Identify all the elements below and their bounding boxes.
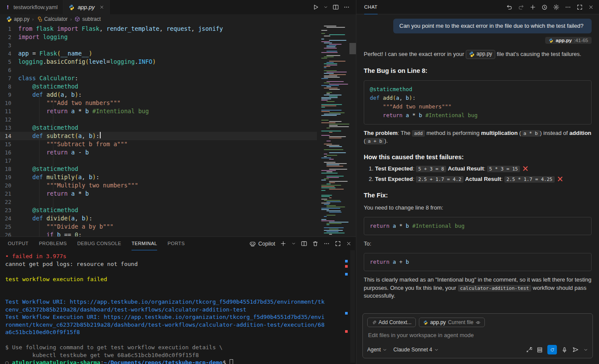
panel-more-actions-button[interactable] [323,240,330,247]
eye-icon[interactable] [476,320,481,325]
code-line[interactable]: 10 """Add two numbers""" [0,99,317,107]
maximize-panel-button[interactable] [335,240,341,247]
file-reference-chip[interactable]: app.py [466,50,495,59]
code-line[interactable]: 20 """Multiply two numbers""" [0,181,317,190]
terminal[interactable]: • failed in 3.977scannot get pod logs: r… [0,250,356,364]
chat-input-box[interactable]: Add Context... app.py Current file Edit … [362,313,593,358]
code-line[interactable]: 15 """Subtract b from a""" [0,140,317,148]
tab-debug-console[interactable]: DEBUG CONSOLE [77,237,121,250]
tab-chat[interactable]: CHAT [364,0,378,14]
terminal-link[interactable]: a6c51bcb10ed0c0f9f15f8 [5,329,80,335]
tab-app-py[interactable]: app.py [63,0,110,14]
code-block[interactable]: return a * b #Intentional bug [364,217,592,235]
tab-output[interactable]: OUTPUT [8,237,29,250]
chat-settings-button[interactable] [553,4,560,10]
chat-input-placeholder[interactable]: Edit files in your workspace in agent mo… [368,332,587,338]
close-tab-icon[interactable] [99,5,104,10]
code-line[interactable]: 21 return a * b [0,190,317,198]
code-line[interactable]: 12 [0,115,317,124]
code-line[interactable]: 22 [0,198,317,206]
context-reference-chip[interactable]: app.py:41-65 [545,37,592,44]
code-line[interactable]: 23 @staticmethod [0,206,317,214]
code-line[interactable]: 26 if b == 0: [0,231,317,236]
code-lines: 1from flask import Flask, render_templat… [0,25,317,236]
code-line[interactable]: 2import logging [0,33,317,41]
redo-icon[interactable] [518,4,524,10]
list-item: Test Expected: 2.5 + 1.7 = 4.2 Actual Re… [375,175,592,184]
terminal-line: Test Workflow URI: https://app.testkube.… [5,298,356,306]
new-terminal-button[interactable] [280,240,286,247]
undo-icon[interactable] [506,4,513,10]
terminal-link[interactable]: Test Workflow Execution URI: https://app… [5,314,325,320]
code-line[interactable]: 6 [0,66,317,74]
terminal-line [5,268,356,275]
kill-terminal-button[interactable] [312,240,319,247]
tab-problems[interactable]: PROBLEMS [39,237,67,250]
code-line[interactable]: 1from flask import Flask, render_templat… [0,25,317,33]
code-line[interactable]: 9 def add(a, b): [0,91,317,99]
terminal-options-chevron-icon[interactable] [291,241,296,246]
breadcrumb-method[interactable]: subtract [74,16,101,22]
run-python-file-button[interactable] [313,4,319,10]
code-line[interactable]: 5logging.basicConfig(level=logging.INFO) [0,58,317,66]
terminal-link[interactable]: Test Workflow URI: https://app.testkube.… [5,298,325,305]
terminal-line: ronment/tkcenv_c62372b85b219a28/dashboar… [5,321,356,329]
tab-ports[interactable]: PORTS [168,237,185,250]
code-line[interactable]: 16 return a - b [0,148,317,157]
minimap[interactable] [321,26,348,235]
split-editor-button[interactable] [332,4,339,10]
code-line[interactable]: 3 [0,41,317,49]
microphone-button[interactable] [561,347,568,353]
current-file-chip[interactable]: app.py Current file [419,318,485,327]
code-editor[interactable]: 1from flask import Flask, render_templat… [0,24,356,236]
code-block[interactable]: @staticmethoddef add(a, b): """Add two n… [364,80,592,125]
configure-tools-button[interactable] [526,347,532,353]
maximize-chat-button[interactable] [576,4,583,10]
breadcrumb-file[interactable]: app.py [6,16,30,22]
close-chat-button[interactable] [588,4,594,10]
code-block[interactable]: return a + b [364,253,592,271]
run-options-chevron-icon[interactable] [323,5,328,10]
chat-header: CHAT [356,0,599,14]
tab-testworkflow-yaml[interactable]: ! testworkflow.yaml [0,0,63,14]
code-line[interactable]: 4app = Flask(__name__) [0,49,317,58]
panel-actions: Copilot [249,240,352,247]
close-panel-button[interactable] [346,241,352,246]
mcp-servers-button[interactable] [536,347,543,353]
code-line[interactable]: 19 def multiply(a, b): [0,173,317,181]
warning-icon: ! [5,4,10,10]
tab-terminal[interactable]: TERMINAL [132,237,157,250]
code-line[interactable]: 13 @staticmethod [0,124,317,132]
code-line[interactable]: 18 @staticmethod [0,165,317,173]
copilot-terminal-label[interactable]: Copilot [249,240,275,247]
code-line[interactable]: 7class Calculator: [0,74,317,82]
chat-messages: Can you point me to the exact error in t… [356,14,599,309]
chat-history-button[interactable] [541,4,548,10]
code-line[interactable]: 11 return a * b #Intentional bug [0,107,317,115]
terminal-scrollbar[interactable] [350,250,355,363]
add-context-button[interactable]: Add Context... [367,318,416,327]
send-options-chevron-icon[interactable] [583,348,588,352]
send-button[interactable] [572,346,579,353]
code-line[interactable]: 25 """Divide a by b""" [0,223,317,231]
code-line[interactable]: 8 @staticmethod [0,82,317,91]
code-line[interactable]: 17 [0,157,317,165]
mode-picker[interactable]: Agent [367,347,387,353]
new-chat-button[interactable] [530,4,536,10]
split-terminal-button[interactable] [301,240,307,247]
python-icon [469,51,475,57]
scrollbar-annotation [345,265,348,268]
breadcrumb-class[interactable]: Calculator [36,16,68,22]
model-picker[interactable]: Claude Sonnet 4 [393,347,438,353]
terminal-link[interactable]: ronment/tkcenv_c62372b85b219a28/dashboar… [5,321,325,328]
terminal-line: kubectl testkube get twe 68a6c51bcb10ed0… [5,351,356,359]
minimap-slider[interactable] [349,43,356,54]
scrollbar-annotation [345,330,348,333]
sync-button[interactable] [547,345,557,354]
code-line[interactable]: 14 def subtract(a, b): [0,132,317,140]
editor-more-actions-button[interactable] [343,4,350,10]
chat-more-actions-button[interactable] [565,4,571,10]
terminal-link[interactable]: cenv_c62372b85b219a28/dashboard/test-wor… [5,306,247,313]
chevron-down-icon [434,348,439,352]
code-line[interactable]: 24 def divide(a, b): [0,214,317,223]
